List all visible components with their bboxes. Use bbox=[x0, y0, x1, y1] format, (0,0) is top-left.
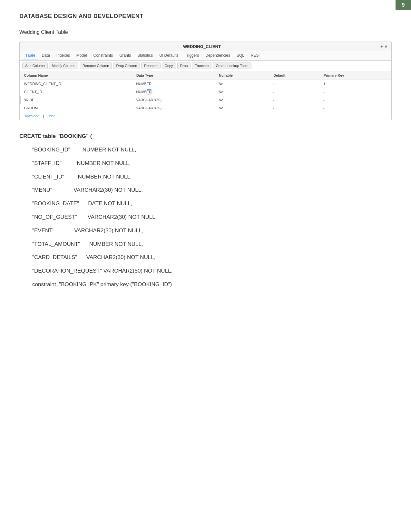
tab-grants[interactable]: Grants bbox=[116, 51, 134, 60]
code-line-6: "NO_OF_GUEST" VARCHAR2(30) NOT NULL, bbox=[19, 213, 392, 221]
cell-pk: - bbox=[319, 104, 391, 112]
code-line-8: "TOTAL_AMOUNT" NUMBER NOT NULL, bbox=[19, 240, 392, 248]
code-line-1: "BOOKING_ID" NUMBER NOT NULL, bbox=[19, 146, 392, 154]
footer-separator: | bbox=[43, 114, 44, 118]
cell-data-type: NUMBER bbox=[132, 88, 215, 96]
download-link[interactable]: Download bbox=[24, 114, 39, 118]
code-line-11: constraint "BOOKING_PK" primary key ("BO… bbox=[19, 281, 392, 288]
cell-data-type: VARCHAR2(30) bbox=[132, 96, 215, 104]
cell-pk: - bbox=[319, 88, 391, 96]
widget-header: WEDDING_CLIENT + ∨ bbox=[20, 42, 391, 51]
tab-triggers[interactable]: Triggers bbox=[182, 51, 202, 60]
cell-default: - bbox=[269, 80, 319, 88]
tab-data[interactable]: Data bbox=[38, 51, 53, 60]
code-line-5: "BOOKING_DATE" DATE NOT NULL, bbox=[19, 200, 392, 208]
tab-rest[interactable]: REST bbox=[248, 51, 264, 60]
rename-column-button[interactable]: Rename Column bbox=[80, 63, 112, 69]
data-table: Column Name Data Type Nullable Default P… bbox=[20, 71, 391, 112]
drop-column-button[interactable]: Drop Column bbox=[113, 63, 140, 69]
col-header-default: Default bbox=[269, 71, 319, 80]
tab-model[interactable]: Model bbox=[73, 51, 90, 60]
cell-nullable: No bbox=[215, 96, 269, 104]
col-header-name: Column Name bbox=[20, 71, 132, 80]
code-line-3: "CLIENT_ID" NUMBER NOT NULL, bbox=[19, 173, 392, 181]
cell-nullable: No bbox=[215, 104, 269, 112]
drop-button[interactable]: Drop bbox=[177, 63, 191, 69]
tab-dependencies[interactable]: Dependencies bbox=[202, 51, 233, 60]
tab-table[interactable]: Table bbox=[22, 51, 38, 60]
cell-column-name: BRIDE bbox=[20, 96, 132, 104]
page-title: DATABASE DESIGN AND DEVELOPEMENT bbox=[19, 13, 392, 20]
cell-data-type: NUMBER bbox=[132, 80, 215, 88]
table-footer: Download | Print bbox=[20, 112, 391, 120]
widget-title: WEDDING_CLIENT bbox=[24, 44, 380, 49]
code-line-7: "EVENT" VARCHAR2(30) NOT NULL, bbox=[19, 227, 392, 235]
table-row: CLIENT_ID NUMBER No - - bbox=[20, 88, 391, 96]
cell-default: - bbox=[269, 88, 319, 96]
code-line-4: "MENU" VARCHAR2(30) NOT NULL, bbox=[19, 186, 392, 194]
section-subtitle: Wedding Client Table bbox=[19, 29, 392, 35]
add-column-button[interactable]: Add Column bbox=[22, 63, 48, 69]
tab-ui-defaults[interactable]: UI Defaults bbox=[156, 51, 181, 60]
cell-nullable: No bbox=[215, 80, 269, 88]
create-lookup-table-button[interactable]: Create Lookup Table bbox=[213, 63, 251, 69]
apex-tabs: Table Data Indexes Model Constraints Gra… bbox=[20, 51, 391, 61]
col-header-pk: Primary Key bbox=[319, 71, 391, 80]
rename-button[interactable]: Rename bbox=[141, 63, 161, 69]
col-header-nullable: Nullable bbox=[215, 71, 269, 80]
apex-toolbar: Add Column Modify Column Rename Column D… bbox=[20, 61, 391, 71]
modify-column-button[interactable]: Modify Column bbox=[49, 63, 78, 69]
table-row: GROOM VARCHAR2(30) No - - bbox=[20, 104, 391, 112]
tab-statistics[interactable]: Statistics bbox=[134, 51, 156, 60]
apex-table-widget: WEDDING_CLIENT + ∨ Table Data Indexes Mo… bbox=[19, 42, 392, 120]
page-number-badge: 9 bbox=[396, 0, 411, 10]
cell-column-name: CLIENT_ID bbox=[20, 88, 132, 96]
cell-default: - bbox=[269, 96, 319, 104]
loading-spinner bbox=[146, 89, 152, 95]
cell-column-name: WEDDING_CLIENT_ID bbox=[20, 80, 132, 88]
table-row: BRIDE VARCHAR2(30) No - - bbox=[20, 96, 391, 104]
widget-controls[interactable]: + ∨ bbox=[380, 44, 387, 49]
tab-sql[interactable]: SQL bbox=[233, 51, 248, 60]
tab-constraints[interactable]: Constraints bbox=[90, 51, 116, 60]
cell-pk: - bbox=[319, 96, 391, 104]
print-link[interactable]: Print bbox=[47, 114, 55, 118]
cell-nullable: No bbox=[215, 88, 269, 96]
truncate-button[interactable]: Truncate bbox=[192, 63, 211, 69]
table-row: WEDDING_CLIENT_ID NUMBER No - 1 bbox=[20, 80, 391, 88]
table-header-row: Column Name Data Type Nullable Default P… bbox=[20, 71, 391, 80]
code-line-9: "CARD_DETAILS" VARCHAR2(30) NOT NULL, bbox=[19, 254, 392, 261]
data-table-container: Column Name Data Type Nullable Default P… bbox=[20, 71, 391, 112]
col-header-type: Data Type bbox=[132, 71, 215, 80]
cell-column-name: GROOM bbox=[20, 104, 132, 112]
code-heading: CREATE table "BOOKING" ( bbox=[19, 133, 392, 140]
code-line-10: "DECORATION_REQUEST" VARCHAR2(50) NOT NU… bbox=[19, 267, 392, 275]
copy-button[interactable]: Copy bbox=[162, 63, 176, 69]
tab-indexes[interactable]: Indexes bbox=[53, 51, 73, 60]
code-line-2: "STAFF_ID" NUMBER NOT NULL, bbox=[19, 160, 392, 167]
code-section: CREATE table "BOOKING" ( "BOOKING_ID" NU… bbox=[19, 133, 392, 288]
cell-data-type: VARCHAR2(30) bbox=[132, 104, 215, 112]
cell-default: - bbox=[269, 104, 319, 112]
cell-pk: 1 bbox=[319, 80, 391, 88]
